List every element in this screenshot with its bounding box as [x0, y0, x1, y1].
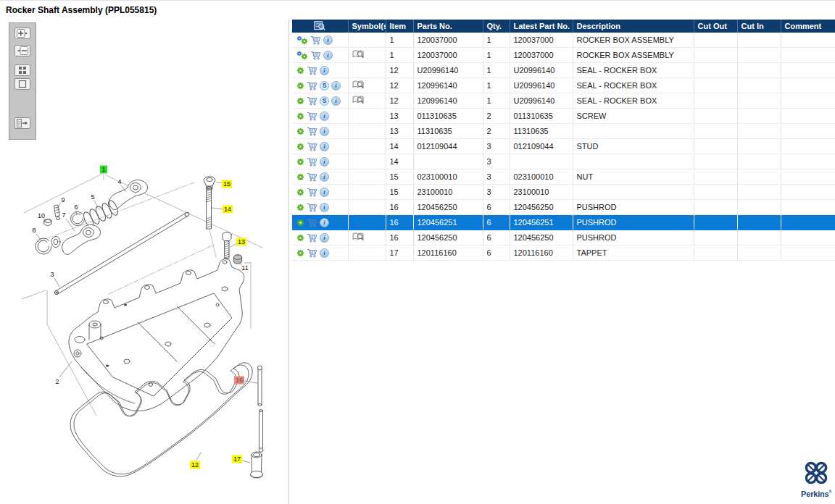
- cart-icon[interactable]: [307, 142, 317, 151]
- parts-book-icon[interactable]: [352, 96, 365, 105]
- substitute-icon[interactable]: S: [320, 96, 329, 106]
- cart-icon[interactable]: [307, 81, 317, 91]
- info-icon[interactable]: i: [320, 66, 329, 75]
- callout-12[interactable]: 12: [191, 461, 199, 469]
- table-row[interactable]: i1523100010323100010: [292, 185, 835, 200]
- part-rocker-box: [69, 259, 244, 411]
- cart-icon[interactable]: [307, 203, 317, 212]
- cart-icon[interactable]: [310, 51, 321, 60]
- order-gear-icon[interactable]: [296, 249, 304, 257]
- parts-book-icon[interactable]: [352, 50, 365, 59]
- table-row[interactable]: Si121209961401U20996140SEAL - ROCKER BOX: [292, 93, 835, 109]
- table-row[interactable]: Si121209961401U20996140SEAL - ROCKER BOX: [292, 78, 835, 93]
- table-row[interactable]: i161204562506120456250PUSHROD: [292, 200, 835, 215]
- parts-no-cell: [413, 154, 483, 169]
- cart-icon[interactable]: [307, 248, 317, 258]
- order-gear-icon[interactable]: [296, 203, 304, 211]
- info-icon[interactable]: i: [323, 35, 333, 45]
- cart-icon[interactable]: [307, 112, 317, 121]
- table-row[interactable]: i161204562516120456251PUSHROD: [292, 215, 835, 230]
- order-gear-icon[interactable]: [296, 158, 304, 166]
- info-icon[interactable]: i: [320, 188, 329, 197]
- info-icon[interactable]: i: [320, 142, 329, 151]
- info-icon[interactable]: i: [320, 157, 329, 167]
- callout-9[interactable]: 9: [61, 196, 65, 203]
- assembly-gears-icon[interactable]: [296, 35, 308, 45]
- qty-cell: 3: [483, 154, 510, 169]
- description-cell: [573, 154, 694, 169]
- description-cell: PUSHROD: [573, 215, 694, 230]
- callout-15[interactable]: 15: [223, 180, 230, 188]
- table-row[interactable]: i11200370001120037000ROCKER BOX ASSEMBLY: [292, 48, 835, 63]
- info-icon[interactable]: i: [320, 172, 329, 182]
- parts-book-icon[interactable]: [352, 80, 365, 90]
- part-plug: [234, 255, 242, 264]
- cart-icon[interactable]: [310, 35, 321, 45]
- callout-13[interactable]: 13: [238, 238, 245, 245]
- cart-icon[interactable]: [307, 127, 317, 136]
- order-gear-icon[interactable]: [296, 67, 304, 75]
- zoom-box-button[interactable]: [14, 78, 30, 90]
- symbol-cell: [348, 124, 386, 139]
- callout-14[interactable]: 14: [224, 206, 231, 213]
- order-gear-icon[interactable]: [296, 234, 304, 242]
- parts-book-icon[interactable]: [352, 232, 365, 242]
- table-row[interactable]: i11200370001120037000ROCKER BOX ASSEMBLY: [292, 33, 835, 48]
- callout-5[interactable]: 5: [91, 193, 94, 201]
- parts-no-cell: 120037000: [413, 33, 483, 48]
- zoom-out-button[interactable]: [14, 45, 30, 56]
- info-icon[interactable]: i: [331, 96, 341, 106]
- row-tools-cell: Si: [292, 78, 348, 93]
- order-gear-icon[interactable]: [296, 127, 304, 135]
- cart-icon[interactable]: [307, 233, 317, 243]
- cut-in-cell: [737, 215, 781, 230]
- info-icon[interactable]: i: [320, 112, 329, 121]
- info-icon[interactable]: i: [320, 203, 329, 212]
- callout-16[interactable]: 16: [236, 377, 243, 384]
- callout-10[interactable]: 10: [38, 212, 45, 219]
- table-row[interactable]: i130113106352011310635SCREW: [292, 109, 835, 124]
- info-icon[interactable]: i: [323, 51, 333, 60]
- table-row[interactable]: i1311310635211310635: [292, 124, 835, 139]
- order-gear-icon[interactable]: [296, 112, 304, 120]
- callout-1[interactable]: 1: [101, 166, 105, 173]
- order-gear-icon[interactable]: [296, 173, 304, 181]
- order-gear-icon[interactable]: [296, 97, 304, 105]
- info-icon[interactable]: i: [331, 81, 341, 91]
- info-icon[interactable]: i: [320, 218, 329, 227]
- table-row[interactable]: i171201161606120116160TAPPET: [292, 245, 835, 261]
- table-row[interactable]: i161204562506120456250PUSHROD: [292, 230, 835, 245]
- table-row[interactable]: i143: [292, 154, 835, 169]
- zoom-in-button[interactable]: [14, 28, 30, 39]
- substitute-icon[interactable]: S: [320, 81, 329, 91]
- cart-icon[interactable]: [307, 66, 317, 75]
- table-row[interactable]: i12U209961401U20996140SEAL - ROCKER BOX: [292, 63, 835, 78]
- cart-icon[interactable]: [307, 96, 317, 106]
- callout-4[interactable]: 4: [117, 178, 121, 185]
- callout-3[interactable]: 3: [50, 271, 54, 278]
- order-gear-icon[interactable]: [296, 82, 304, 90]
- order-gear-icon[interactable]: [296, 219, 304, 227]
- info-icon[interactable]: i: [320, 127, 329, 136]
- cut-in-cell: [737, 139, 781, 154]
- cart-icon[interactable]: [307, 188, 317, 197]
- callout-2[interactable]: 2: [55, 378, 59, 385]
- callout-11[interactable]: 11: [241, 264, 248, 272]
- callout-17[interactable]: 17: [233, 455, 241, 463]
- cart-icon[interactable]: [307, 172, 317, 182]
- table-row[interactable]: i140121090443012109044STUD: [292, 139, 835, 154]
- order-gear-icon[interactable]: [296, 188, 304, 196]
- callout-8[interactable]: 8: [32, 227, 36, 234]
- order-gear-icon[interactable]: [296, 143, 304, 151]
- cart-icon[interactable]: [307, 218, 317, 227]
- callout-7[interactable]: 7: [62, 211, 65, 219]
- panel-toggle-button[interactable]: [14, 117, 30, 129]
- callout-6[interactable]: 6: [74, 203, 78, 211]
- table-row[interactable]: i150231000103023100010NUT: [292, 169, 835, 185]
- tile-view-button[interactable]: [14, 64, 30, 76]
- assembly-gears-icon[interactable]: [296, 51, 308, 60]
- info-icon[interactable]: i: [320, 233, 329, 243]
- item-cell: 16: [386, 215, 413, 230]
- info-icon[interactable]: i: [320, 248, 329, 258]
- cart-icon[interactable]: [307, 157, 317, 167]
